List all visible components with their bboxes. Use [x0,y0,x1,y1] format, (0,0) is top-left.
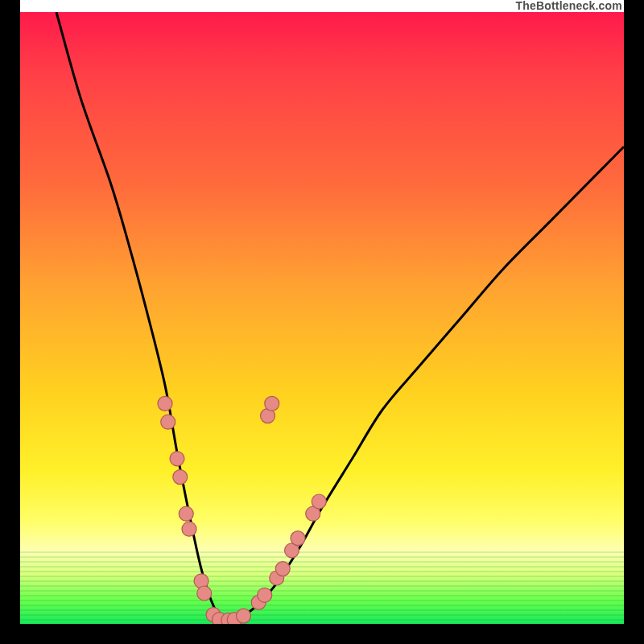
chart-stage: TheBottleneck.com [0,0,644,644]
curve-marker [237,609,251,623]
curve-marker [258,588,272,602]
curve-markers [158,396,326,624]
curve-svg [20,12,624,624]
curve-marker [173,470,188,485]
curve-marker [161,415,175,429]
curve-marker [182,522,196,536]
curve-marker [291,531,305,546]
curve-marker [265,396,279,411]
watermark: TheBottleneck.com [510,0,624,12]
curve-marker [275,562,290,576]
bottleneck-curve [56,12,624,621]
curve-marker [197,586,212,601]
curve-marker [170,452,184,466]
curve-marker [312,494,326,509]
curve-marker [158,396,172,411]
curve-marker [179,506,193,521]
plot-area [20,12,624,624]
